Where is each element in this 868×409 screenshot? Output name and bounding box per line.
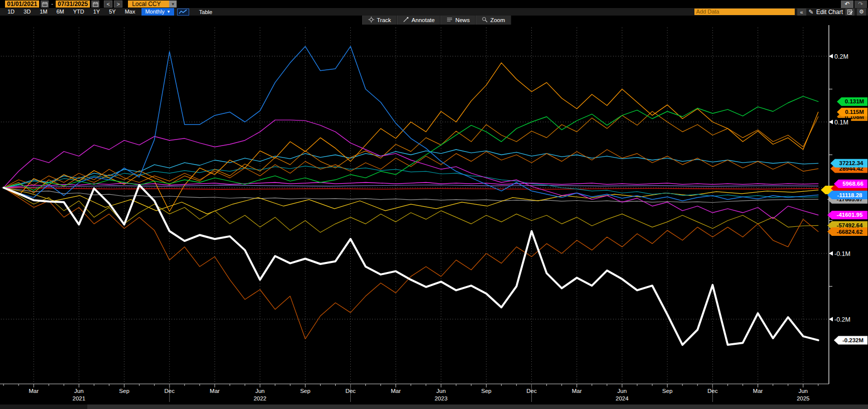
- x-axis-month-label: Mar: [753, 388, 763, 394]
- x-axis-month-label: Jun: [437, 388, 446, 394]
- x-axis-month-label: Dec: [707, 388, 718, 394]
- chart-type-toggle[interactable]: [177, 9, 189, 16]
- collapse-panel-button[interactable]: «: [797, 9, 806, 16]
- x-axis-month-label: Sep: [119, 388, 129, 394]
- range-button-5y[interactable]: 5Y: [104, 8, 120, 16]
- last-value-badge-label: -66824.62: [837, 229, 863, 235]
- range-button-1y[interactable]: 1Y: [89, 8, 104, 16]
- bottom-strip-left: [0, 404, 87, 409]
- pencil-icon: ✎: [809, 9, 814, 16]
- tool-news-button[interactable]: News: [441, 16, 476, 25]
- end-date-field[interactable]: 07/31/2025: [56, 1, 90, 8]
- x-axis-month-label: Jun: [255, 388, 265, 394]
- y-axis-tick-arrow: [829, 317, 833, 322]
- date-range-separator: -: [50, 1, 54, 8]
- series-white-line: [4, 185, 818, 345]
- edit-chart-button[interactable]: ✎ Edit Chart: [809, 9, 843, 16]
- tool-label: Zoom: [490, 17, 505, 23]
- y-axis-tick-arrow: [829, 54, 833, 59]
- notes-button[interactable]: [845, 9, 854, 16]
- prev-period-button[interactable]: <: [104, 1, 112, 8]
- x-axis-year-label: 2021: [73, 395, 86, 401]
- period-dropdown[interactable]: Monthly ▼: [141, 8, 174, 16]
- tool-label: Annotate: [411, 17, 435, 23]
- x-axis-month-label: Mar: [29, 388, 39, 394]
- range-button-3d[interactable]: 3D: [19, 8, 35, 16]
- period-dropdown-caret-icon: ▼: [167, 8, 171, 16]
- x-axis-month-label: Jun: [798, 388, 808, 394]
- x-axis-month-label: Mar: [391, 388, 401, 394]
- range-button-1d[interactable]: 1D: [3, 8, 19, 16]
- range-button-ytd[interactable]: YTD: [69, 8, 89, 16]
- tool-label: News: [455, 17, 470, 23]
- toolbar-row-dates: 01/01/2021 - 07/31/2025 < > Local CCY ▼ …: [0, 0, 868, 8]
- tool-zoom-button[interactable]: Zoom: [476, 16, 511, 25]
- bloomberg-terminal-chart: { "toolbar": { "date_start": "01/01/2021…: [0, 0, 868, 409]
- news-icon: [447, 17, 453, 24]
- start-date-calendar-icon[interactable]: [41, 1, 49, 8]
- track-icon: [368, 17, 374, 24]
- tool-label: Track: [377, 17, 391, 23]
- last-value-badge-label: 5968.66: [842, 181, 863, 187]
- x-axis-year-label: 2024: [616, 395, 629, 401]
- price-chart[interactable]: 0.108M28944.42-17665.675968.66-11118.280…: [0, 25, 868, 409]
- undo-button[interactable]: ↶: [841, 1, 853, 8]
- y-axis-tick-arrow: [829, 120, 833, 124]
- y-axis-tick-arrow: [829, 251, 833, 256]
- currency-dropdown-caret-icon[interactable]: ▼: [169, 1, 177, 8]
- redo-button[interactable]: ↷: [854, 1, 867, 8]
- range-buttons: 1D3D1M6MYTD1Y5YMax: [3, 8, 139, 16]
- range-button-max[interactable]: Max: [120, 8, 140, 16]
- tool-annotate-button[interactable]: Annotate: [397, 16, 441, 25]
- x-axis-month-label: Sep: [662, 388, 672, 394]
- x-axis-month-label: Mar: [210, 388, 220, 394]
- x-axis-month-label: Dec: [165, 388, 175, 394]
- series-yellow-line: [4, 188, 818, 214]
- line-chart-icon: [179, 9, 188, 15]
- last-value-badge-label: 0.115M: [845, 109, 864, 115]
- chart-tools-bar: TrackAnnotateNewsZoom: [362, 16, 511, 25]
- x-axis-month-label: Dec: [526, 388, 537, 394]
- y-axis-label: 0.2M: [834, 53, 848, 60]
- currency-selector[interactable]: Local CCY ▼: [128, 1, 177, 8]
- end-date-calendar-icon[interactable]: [91, 1, 99, 8]
- series-violet-line: [4, 185, 818, 188]
- next-period-button[interactable]: >: [114, 1, 122, 8]
- x-axis-year-label: 2023: [435, 395, 448, 401]
- last-value-badge-label: -0.232M: [842, 337, 863, 343]
- chart-area[interactable]: 0.108M28944.42-17665.675968.66-11118.280…: [0, 25, 868, 409]
- last-value-badge-label: -11118.28: [837, 192, 862, 198]
- table-button[interactable]: Table: [193, 9, 218, 15]
- currency-selector-value: Local CCY: [128, 1, 169, 8]
- redo-icon: ↷: [858, 1, 863, 8]
- start-date-field[interactable]: 01/01/2021: [5, 1, 39, 8]
- x-axis-month-label: Mar: [572, 388, 582, 394]
- last-value-badge-label: -41601.95: [837, 212, 863, 218]
- range-button-6m[interactable]: 6M: [52, 8, 68, 16]
- y-axis-label: -0.1M: [834, 250, 850, 257]
- tool-track-button[interactable]: Track: [362, 16, 397, 25]
- add-data-input[interactable]: Add Data: [694, 9, 795, 15]
- series-teal-line: [4, 166, 818, 198]
- x-axis-month-label: Sep: [481, 388, 491, 394]
- bottom-scrollbar[interactable]: [87, 404, 868, 409]
- y-axis-label: -0.2M: [834, 316, 850, 323]
- x-axis-year-label: 2022: [253, 395, 266, 401]
- series-dark-orange-line: [4, 188, 818, 339]
- x-axis-year-label: 2025: [797, 395, 810, 401]
- annotate-icon: [403, 17, 409, 24]
- x-axis-month-label: Sep: [300, 388, 310, 394]
- undo-icon: ↶: [844, 1, 849, 8]
- edit-chart-label: Edit Chart: [816, 9, 843, 16]
- x-axis-month-label: Jun: [618, 388, 627, 394]
- settings-button[interactable]: ⚙: [857, 9, 866, 16]
- note-edit-icon: [847, 9, 853, 15]
- x-axis-month-label: Jun: [74, 388, 84, 394]
- series-orange-2-line: [4, 111, 818, 193]
- period-dropdown-value: Monthly: [145, 8, 165, 16]
- zoom-icon: [482, 17, 488, 24]
- last-value-badge-label: 0.131M: [845, 98, 864, 104]
- range-button-1m[interactable]: 1M: [35, 8, 52, 16]
- series-blue-line: [4, 46, 818, 201]
- series-green-line: [4, 96, 818, 190]
